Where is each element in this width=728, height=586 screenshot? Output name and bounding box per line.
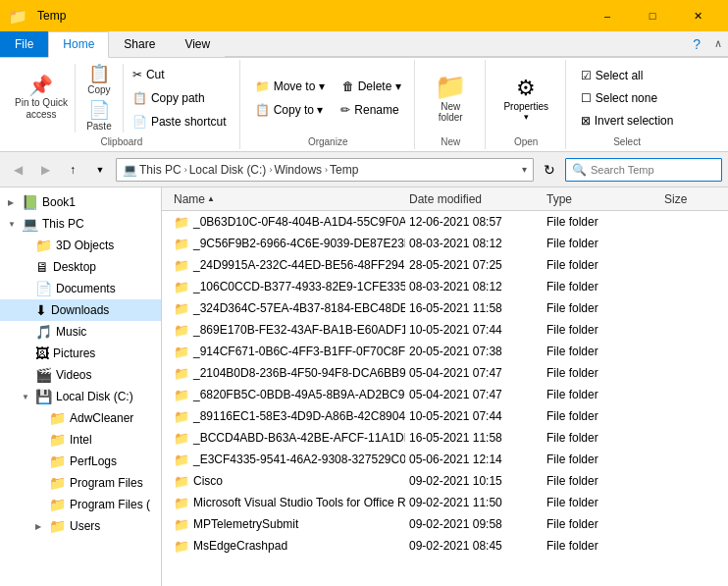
pin-to-quick-access-button[interactable]: 📌 Pin to Quickaccess bbox=[10, 62, 73, 134]
properties-button[interactable]: ⚙ Properties ▾ bbox=[496, 71, 555, 127]
collapse-ribbon-button[interactable]: ∧ bbox=[708, 31, 728, 57]
tree-item-icon: 📁 bbox=[49, 410, 66, 426]
tree-item[interactable]: 🖼 Pictures bbox=[0, 343, 161, 364]
tree-item[interactable]: 📄 Documents bbox=[0, 278, 161, 299]
file-row[interactable]: 📁 MsEdgeCrashpad 09-02-2021 08:45 File f… bbox=[162, 535, 728, 557]
copy-to-icon: 📋 bbox=[255, 103, 270, 117]
search-input[interactable] bbox=[591, 164, 726, 176]
file-row[interactable]: 📁 _24D9915A-232C-44ED-BE56-48FF294EC... … bbox=[162, 254, 728, 276]
file-row[interactable]: 📁 _106C0CCD-B377-4933-82E9-1CFE33584E...… bbox=[162, 276, 728, 297]
up-button[interactable]: ↑ bbox=[61, 158, 84, 182]
copy-to-button[interactable]: 📋 Copy to ▾ bbox=[248, 99, 331, 121]
help-button[interactable]: ? bbox=[685, 31, 708, 57]
tab-home[interactable]: Home bbox=[48, 31, 109, 58]
tree-item[interactable]: 📁 PerfLogs bbox=[0, 451, 161, 472]
file-cell-date: 10-05-2021 07:44 bbox=[405, 323, 543, 337]
tree-item[interactable]: 🎵 Music bbox=[0, 321, 161, 343]
invert-selection-icon: ⊠ bbox=[581, 114, 591, 128]
column-header-name[interactable]: Name ▲ bbox=[170, 190, 405, 208]
paste-button[interactable]: 📄 Paste bbox=[78, 98, 121, 134]
tree-item-icon: ⬇ bbox=[35, 302, 47, 318]
tree-item[interactable]: ▼ 💾 Local Disk (C:) bbox=[0, 386, 161, 407]
tree-item[interactable]: 📁 Program Files bbox=[0, 472, 161, 494]
tree-item[interactable]: 📁 Program Files ( bbox=[0, 494, 161, 515]
file-row[interactable]: 📁 _E3CF4335-9541-46A2-9308-327529C0A3F2 … bbox=[162, 449, 728, 470]
file-row[interactable]: 📁 Cisco 09-02-2021 10:15 File folder bbox=[162, 470, 728, 492]
file-cell-name: 📁 Cisco bbox=[170, 474, 405, 489]
window-controls: – □ ✕ bbox=[585, 0, 720, 31]
close-button[interactable]: ✕ bbox=[675, 0, 720, 31]
tree-item[interactable]: 📁 3D Objects bbox=[0, 235, 161, 256]
tree-item[interactable]: 🎬 Videos bbox=[0, 364, 161, 386]
file-cell-date: 05-06-2021 12:14 bbox=[405, 453, 543, 466]
path-dropdown-arrow[interactable]: ▾ bbox=[522, 164, 527, 175]
tree-item-label: 3D Objects bbox=[56, 239, 114, 252]
back-button[interactable]: ◀ bbox=[6, 158, 29, 182]
tree-item[interactable]: 🖥 Desktop bbox=[0, 256, 161, 278]
select-none-button[interactable]: ☐ Select none bbox=[574, 87, 681, 109]
tree-expander: ▼ bbox=[22, 393, 31, 401]
cut-button[interactable]: ✂ Cut bbox=[126, 64, 234, 85]
tree-item[interactable]: ▶ 📗 Book1 bbox=[0, 191, 161, 213]
new-folder-button[interactable]: 📁 Newfolder bbox=[426, 62, 475, 134]
select-all-button[interactable]: ☑ Select all bbox=[574, 65, 681, 86]
forward-button[interactable]: ▶ bbox=[33, 158, 57, 182]
tab-view[interactable]: View bbox=[170, 31, 225, 57]
file-row[interactable]: 📁 _BCCD4ABD-B63A-42BE-AFCF-11A1DBD... 16… bbox=[162, 427, 728, 449]
file-cell-name: 📁 Microsoft Visual Studio Tools for Offi… bbox=[170, 496, 405, 510]
tree-item[interactable]: ▼ 💻 This PC bbox=[0, 213, 161, 235]
tab-file[interactable]: File bbox=[0, 31, 48, 57]
file-row[interactable]: 📁 _869E170B-FE32-43AF-BA1B-E60ADF1BE3...… bbox=[162, 319, 728, 341]
folder-item-icon: 📁 bbox=[174, 388, 189, 402]
tree-item-icon: 📁 bbox=[49, 453, 66, 469]
file-row[interactable]: 📁 _914CF671-0B6C-4FF3-B1FF-0F70C8F3FD...… bbox=[162, 341, 728, 362]
column-header-size[interactable]: Size bbox=[660, 190, 719, 208]
refresh-button[interactable]: ↻ bbox=[538, 158, 561, 182]
copy-path-button[interactable]: 📋 Copy path bbox=[126, 87, 234, 109]
file-row[interactable]: 📁 MPTelemetrySubmit 09-02-2021 09:58 Fil… bbox=[162, 513, 728, 535]
tree-item[interactable]: 📁 Intel bbox=[0, 429, 161, 451]
ribbon-tabs: File Home Share View ? ∧ bbox=[0, 31, 728, 58]
tree-item-label: Program Files bbox=[70, 476, 143, 490]
file-row[interactable]: 📁 _324D364C-57EA-4B37-8184-EBC48DB57... … bbox=[162, 297, 728, 319]
file-row[interactable]: 📁 _89116EC1-58E3-4D9D-A86B-42C8904062...… bbox=[162, 405, 728, 427]
tree-item[interactable]: 📁 AdwCleaner bbox=[0, 407, 161, 429]
tree-item-label: Desktop bbox=[53, 260, 96, 274]
tree-item[interactable]: ▶ 📁 Users bbox=[0, 515, 161, 537]
tree-item-label: This PC bbox=[42, 217, 84, 231]
invert-selection-button[interactable]: ⊠ Invert selection bbox=[574, 110, 681, 132]
file-cell-type: File folder bbox=[543, 280, 660, 293]
file-row[interactable]: 📁 _2104B0D8-236B-4F50-94F8-DCA6BB9063...… bbox=[162, 362, 728, 384]
file-cell-date: 09-02-2021 08:45 bbox=[405, 539, 543, 553]
tree-item-icon: 📁 bbox=[49, 518, 66, 534]
file-row[interactable]: 📁 Microsoft Visual Studio Tools for Offi… bbox=[162, 492, 728, 513]
copy-icon: 📋 bbox=[88, 65, 110, 82]
file-cell-name: 📁 _0B63D10C-0F48-404B-A1D4-55C9F0A9A... bbox=[170, 215, 405, 230]
minimize-button[interactable]: – bbox=[585, 0, 630, 31]
tree-item-icon: 💾 bbox=[35, 389, 52, 404]
file-row[interactable]: 📁 _6820FB5C-0BDB-49A5-8B9A-AD2BC9E2... 0… bbox=[162, 384, 728, 405]
file-list: 📁 _0B63D10C-0F48-404B-A1D4-55C9F0A9A... … bbox=[162, 211, 728, 586]
column-header-date[interactable]: Date modified bbox=[405, 190, 543, 208]
file-cell-date: 05-04-2021 07:47 bbox=[405, 388, 543, 401]
tree-item-icon: 🖥 bbox=[35, 259, 49, 275]
tab-share[interactable]: Share bbox=[109, 31, 170, 57]
folder-item-icon: 📁 bbox=[174, 539, 189, 554]
file-cell-date: 08-03-2021 08:12 bbox=[405, 280, 543, 293]
rename-button[interactable]: ✏ Rename bbox=[334, 99, 405, 121]
delete-button[interactable]: 🗑 Delete ▾ bbox=[336, 76, 408, 97]
tree-item[interactable]: ⬇ Downloads bbox=[0, 299, 161, 321]
recent-locations-button[interactable]: ▼ bbox=[88, 158, 112, 182]
column-header-type[interactable]: Type bbox=[543, 190, 660, 208]
move-to-button[interactable]: 📁 Move to ▾ bbox=[248, 76, 332, 97]
select-group: ☑ Select all ☐ Select none ⊠ Invert sele… bbox=[568, 60, 687, 149]
tree-item-icon: 📁 bbox=[35, 238, 52, 253]
select-none-icon: ☐ bbox=[581, 91, 592, 105]
file-row[interactable]: 📁 _0B63D10C-0F48-404B-A1D4-55C9F0A9A... … bbox=[162, 211, 728, 233]
file-cell-name: 📁 _324D364C-57EA-4B37-8184-EBC48DB57... bbox=[170, 301, 405, 316]
path-bar[interactable]: 💻 This PC › Local Disk (C:) › Windows › … bbox=[116, 158, 534, 182]
paste-shortcut-button[interactable]: 📄 Paste shortcut bbox=[126, 111, 234, 133]
maximize-button[interactable]: □ bbox=[630, 0, 675, 31]
file-row[interactable]: 📁 _9C56F9B2-6966-4C6E-9039-DE87E23F2A...… bbox=[162, 233, 728, 254]
copy-button[interactable]: 📋 Copy bbox=[78, 62, 121, 98]
